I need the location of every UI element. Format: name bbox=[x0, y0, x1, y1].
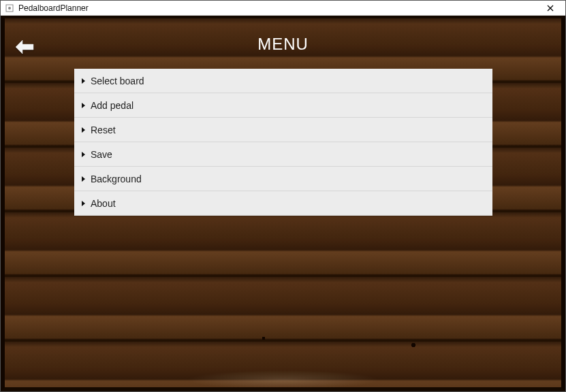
menu-item-label: Save bbox=[91, 149, 112, 160]
menu-item-reset[interactable]: Reset bbox=[74, 118, 492, 142]
menu-item-select-board[interactable]: Select board bbox=[74, 69, 492, 93]
menu-heading: MENU bbox=[1, 35, 565, 54]
menu-item-label: Background bbox=[91, 174, 142, 184]
close-button[interactable] bbox=[537, 1, 564, 15]
titlebar: PedalboardPlanner bbox=[1, 1, 565, 16]
menu-item-label: Add pedal bbox=[91, 100, 133, 111]
menu-item-save[interactable]: Save bbox=[74, 142, 492, 167]
app-window: PedalboardPlanner MENU Select board Add … bbox=[0, 0, 566, 392]
menu-item-label: Reset bbox=[91, 125, 116, 135]
menu-item-add-pedal[interactable]: Add pedal bbox=[74, 93, 492, 118]
app-icon bbox=[5, 3, 14, 13]
chevron-right-icon bbox=[81, 127, 87, 133]
window-title: PedalboardPlanner bbox=[18, 3, 537, 13]
chevron-right-icon bbox=[81, 176, 87, 182]
menu-item-label: About bbox=[91, 198, 116, 209]
menu-item-about[interactable]: About bbox=[74, 191, 492, 216]
chevron-right-icon bbox=[81, 200, 87, 207]
chevron-right-icon bbox=[81, 151, 87, 158]
svg-point-1 bbox=[8, 7, 11, 10]
content-area: MENU Select board Add pedal Reset Save B… bbox=[1, 16, 565, 391]
menu-item-label: Select board bbox=[91, 76, 144, 86]
menu-item-background[interactable]: Background bbox=[74, 167, 492, 191]
chevron-right-icon bbox=[81, 78, 87, 84]
menu-panel: Select board Add pedal Reset Save Backgr… bbox=[74, 69, 492, 216]
close-icon bbox=[547, 5, 554, 12]
chevron-right-icon bbox=[81, 102, 87, 109]
